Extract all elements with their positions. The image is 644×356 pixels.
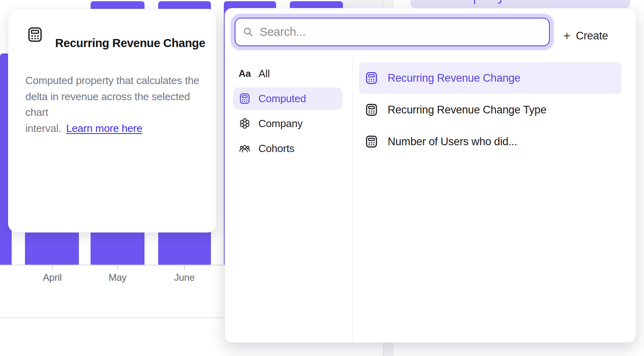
calculator-icon <box>365 71 378 85</box>
clipped-letter-descender-icon <box>473 0 478 4</box>
calculator-icon <box>239 93 251 105</box>
top-gray-strip <box>343 0 383 8</box>
filter-label: Company <box>258 117 303 130</box>
tooltip-line-1: Computed property that calculates the <box>25 74 199 86</box>
text-format-icon: Aa <box>239 68 251 80</box>
axis-tick-label: April <box>43 272 62 283</box>
calculator-icon <box>365 135 378 148</box>
clipped-property-pill <box>411 0 630 9</box>
axis-tick <box>184 265 185 269</box>
property-picker-panel: + Create Aa All Computed Company <box>225 8 636 343</box>
filter-label: Cohorts <box>258 142 295 155</box>
filter-item-computed[interactable]: Computed <box>233 87 343 110</box>
axis-tick-label: May <box>109 272 127 283</box>
screen: AprilMayJune Recurring Revenue Change Co… <box>0 0 644 356</box>
axis-tick-label: June <box>174 272 194 283</box>
result-label: Recurring Revenue Change Type <box>388 104 546 116</box>
tooltip-description: Computed property that calculates the de… <box>25 73 215 136</box>
learn-more-link[interactable]: Learn more here <box>66 122 142 134</box>
clipped-letter-descender-icon <box>497 0 502 4</box>
result-label: Number of Users who did... <box>388 136 517 148</box>
search-icon <box>243 27 254 37</box>
results-divider <box>353 60 353 342</box>
create-button[interactable]: + Create <box>563 25 608 47</box>
filter-label: All <box>258 68 270 80</box>
filter-item-all[interactable]: Aa All <box>233 62 343 85</box>
cohorts-icon <box>239 142 251 154</box>
search-input[interactable] <box>260 25 542 39</box>
axis-tick <box>52 265 53 269</box>
calculator-icon <box>365 103 378 117</box>
calculator-icon <box>27 26 43 43</box>
result-item-number-of-users[interactable]: Number of Users who did... <box>359 126 621 157</box>
company-icon <box>239 117 251 130</box>
filter-item-company[interactable]: Company <box>233 112 343 135</box>
filter-label: Computed <box>258 93 306 105</box>
search-field[interactable] <box>235 18 550 46</box>
filter-item-cohorts[interactable]: Cohorts <box>233 137 343 160</box>
axis-tick <box>117 265 118 269</box>
result-label: Recurring Revenue Change <box>388 72 520 84</box>
tooltip-line-3: interval. <box>25 122 61 134</box>
plus-icon: + <box>563 29 571 42</box>
result-item-recurring-revenue-change-type[interactable]: Recurring Revenue Change Type <box>359 94 621 126</box>
tooltip-title: Recurring Revenue Change <box>55 37 205 50</box>
create-button-label: Create <box>576 30 608 42</box>
tooltip-line-2: delta in revenue across the selected cha… <box>25 91 190 119</box>
property-tooltip-card: Recurring Revenue Change Computed proper… <box>8 9 217 233</box>
result-item-recurring-revenue-change[interactable]: Recurring Revenue Change <box>359 62 621 94</box>
search-focus-halo <box>231 14 554 50</box>
